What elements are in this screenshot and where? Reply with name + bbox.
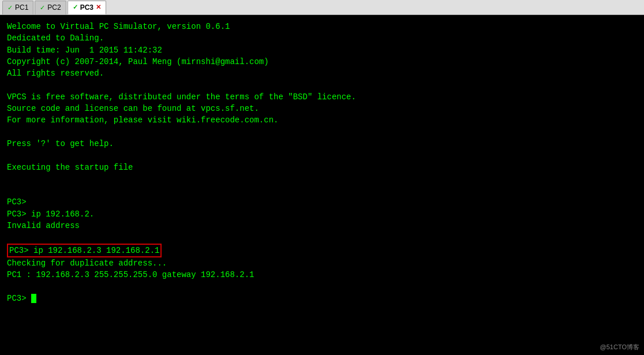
check-icon-pc1: ✓ (8, 4, 13, 12)
terminal-output: Welcome to Virtual PC Simulator, version… (7, 21, 637, 304)
close-icon-pc3[interactable]: ✕ (96, 3, 101, 11)
watermark: @51CTO博客 (600, 343, 639, 352)
tab-label-pc1: PC1 (15, 3, 28, 12)
highlighted-command: PC3> ip 192.168.2.3 192.168.2.1 (7, 244, 162, 257)
tab-bar: ✓ PC1 ✓ PC2 ✓ PC3 ✕ (0, 0, 644, 15)
tab-pc1[interactable]: ✓ PC1 (2, 1, 33, 14)
tab-label-pc2: PC2 (47, 3, 61, 12)
cursor (31, 294, 36, 303)
tab-pc3[interactable]: ✓ PC3 ✕ (68, 1, 106, 14)
tab-pc2[interactable]: ✓ PC2 (35, 1, 66, 14)
check-icon-pc2: ✓ (40, 4, 45, 12)
terminal: Welcome to Virtual PC Simulator, version… (0, 15, 644, 355)
check-icon-pc3: ✓ (73, 3, 78, 11)
tab-label-pc3: PC3 (80, 3, 93, 12)
